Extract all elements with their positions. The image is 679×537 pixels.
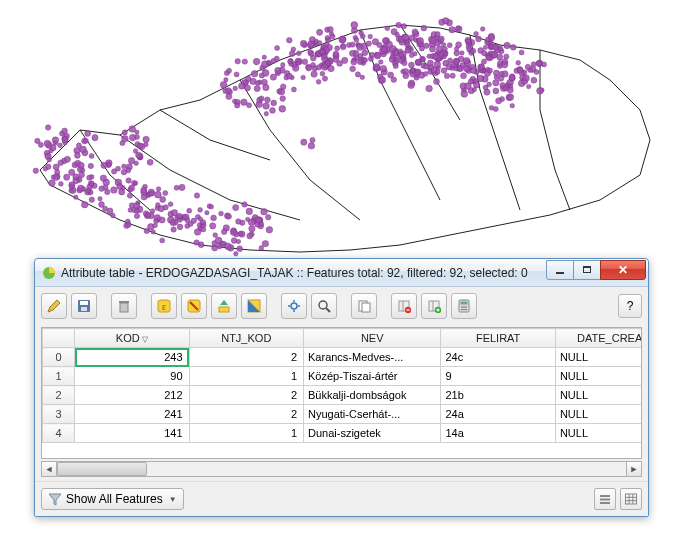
svg-point-596 — [410, 68, 415, 73]
svg-point-171 — [251, 217, 258, 224]
save-edits-button[interactable] — [71, 293, 97, 319]
zoom-to-selected-button[interactable] — [311, 293, 337, 319]
corner-header[interactable] — [43, 329, 75, 348]
row-header[interactable]: 0 — [43, 348, 75, 367]
svg-point-573 — [451, 61, 458, 68]
cell-felirat[interactable]: 9 — [441, 367, 555, 386]
pan-to-selected-button[interactable] — [281, 293, 307, 319]
svg-point-584 — [429, 46, 435, 52]
table-view-button[interactable] — [620, 488, 642, 510]
svg-point-279 — [225, 88, 231, 94]
svg-point-178 — [252, 215, 258, 221]
cell-nev[interactable]: Közép-Tiszai-ártér — [304, 367, 441, 386]
cell-kod[interactable]: 241 — [75, 405, 189, 424]
svg-point-63 — [78, 162, 85, 169]
cell-ntjkod[interactable]: 1 — [189, 424, 303, 443]
svg-point-495 — [399, 52, 404, 57]
table-row[interactable]: 22122Bükkalji-dombságok21bNULLNULL — [43, 386, 643, 405]
svg-point-206 — [201, 227, 206, 232]
cell-datecreat[interactable]: NULL — [555, 386, 642, 405]
filter-mode-button[interactable]: Show All Features ▼ — [41, 488, 184, 510]
cell-kod[interactable]: 243 — [75, 348, 189, 367]
move-selection-top-button[interactable] — [211, 293, 237, 319]
column-header-kod[interactable]: KOD▽ — [75, 329, 189, 348]
cell-ntjkod[interactable]: 2 — [189, 348, 303, 367]
delete-column-button[interactable] — [391, 293, 417, 319]
row-header[interactable]: 4 — [43, 424, 75, 443]
copy-rows-button[interactable] — [351, 293, 377, 319]
svg-point-519 — [472, 80, 477, 85]
table-row[interactable]: 32412Nyugati-Cserhát-...24aNULLNULL — [43, 405, 643, 424]
svg-point-623 — [494, 47, 500, 53]
maximize-button[interactable] — [573, 260, 601, 280]
svg-point-583 — [497, 46, 502, 51]
svg-point-712 — [310, 137, 315, 142]
svg-point-232 — [262, 70, 269, 77]
cell-felirat[interactable]: 14a — [441, 424, 555, 443]
row-header[interactable]: 1 — [43, 367, 75, 386]
select-by-expression-button[interactable]: ε — [151, 293, 177, 319]
svg-point-271 — [253, 58, 260, 65]
svg-point-630 — [478, 64, 484, 70]
field-calculator-button[interactable] — [451, 293, 477, 319]
scroll-thumb[interactable] — [57, 462, 147, 476]
new-column-button[interactable] — [421, 293, 447, 319]
svg-point-572 — [417, 38, 424, 45]
column-header-felirat[interactable]: FELIRAT — [441, 329, 555, 348]
row-header[interactable]: 3 — [43, 405, 75, 424]
toggle-edit-button[interactable] — [41, 293, 67, 319]
cell-felirat[interactable]: 24a — [441, 405, 555, 424]
svg-point-119 — [171, 210, 177, 216]
cell-kod[interactable]: 141 — [75, 424, 189, 443]
cell-ntjkod[interactable]: 1 — [189, 367, 303, 386]
cell-datecreat[interactable]: NULL — [555, 348, 642, 367]
horizontal-scrollbar[interactable]: ◄ ► — [41, 461, 642, 477]
cell-nev[interactable]: Bükkalji-dombságok — [304, 386, 441, 405]
cell-nev[interactable]: Karancs-Medves-... — [304, 348, 441, 367]
table-row[interactable]: 02432Karancs-Medves-...24cNULLNULL — [43, 348, 643, 367]
svg-point-58 — [62, 137, 68, 143]
svg-point-293 — [292, 62, 298, 68]
scroll-right-button[interactable]: ► — [626, 461, 642, 477]
delete-selected-button[interactable] — [111, 293, 137, 319]
svg-point-709 — [122, 136, 129, 143]
cell-kod[interactable]: 212 — [75, 386, 189, 405]
scroll-left-button[interactable]: ◄ — [41, 461, 57, 477]
row-header[interactable]: 2 — [43, 386, 75, 405]
svg-point-327 — [287, 73, 293, 79]
cell-felirat[interactable]: 21b — [441, 386, 555, 405]
column-header-datecreat[interactable]: DATE_CREAT — [555, 329, 642, 348]
title-bar[interactable]: Attribute table - ERDOGAZDASAGI_TAJAK ::… — [35, 259, 648, 287]
cell-datecreat[interactable]: NULL — [555, 367, 642, 386]
cell-ntjkod[interactable]: 2 — [189, 405, 303, 424]
cell-nev[interactable]: Dunai-szigetek — [304, 424, 441, 443]
cell-felirat[interactable]: 24c — [441, 348, 555, 367]
invert-selection-button[interactable] — [241, 293, 267, 319]
svg-point-72 — [126, 178, 131, 183]
help-button[interactable]: ? — [618, 294, 642, 318]
svg-point-248 — [258, 80, 263, 85]
svg-point-693 — [128, 158, 134, 164]
cell-ntjkod[interactable]: 2 — [189, 386, 303, 405]
cell-nev[interactable]: Nyugati-Cserhát-... — [304, 405, 441, 424]
svg-point-371 — [353, 50, 359, 56]
close-button[interactable]: ✕ — [600, 260, 646, 280]
minimize-button[interactable] — [546, 260, 574, 280]
svg-point-485 — [446, 63, 453, 70]
attribute-table[interactable]: KOD▽ NTJ_KOD NEV FELIRAT DATE_CREAT CREA… — [41, 327, 642, 459]
svg-point-538 — [485, 67, 490, 72]
column-header-ntjkod[interactable]: NTJ_KOD — [189, 329, 303, 348]
table-row[interactable]: 41411Dunai-szigetek14aNULLNULL — [43, 424, 643, 443]
svg-rect-723 — [219, 307, 229, 312]
column-header-nev[interactable]: NEV — [304, 329, 441, 348]
cell-datecreat[interactable]: NULL — [555, 424, 642, 443]
table-view-icon — [624, 492, 638, 506]
form-view-button[interactable] — [594, 488, 616, 510]
svg-point-288 — [291, 47, 296, 52]
deselect-all-button[interactable] — [181, 293, 207, 319]
table-row[interactable]: 1901Közép-Tiszai-ártér9NULLNULL — [43, 367, 643, 386]
cell-kod[interactable]: 90 — [75, 367, 189, 386]
svg-point-157 — [129, 185, 135, 191]
scroll-track[interactable] — [57, 461, 626, 477]
cell-datecreat[interactable]: NULL — [555, 405, 642, 424]
